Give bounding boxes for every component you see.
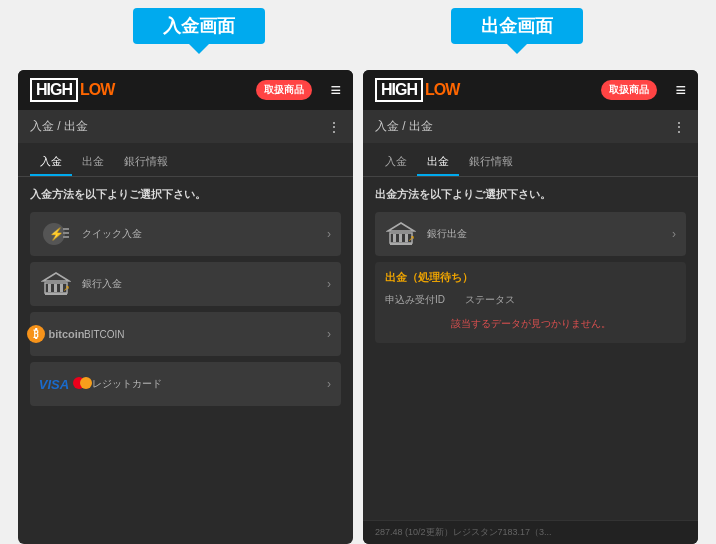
withdrawal-tabs: 入金 出金 銀行情報 — [363, 143, 698, 177]
logo-low: LOW — [80, 81, 114, 99]
bank-deposit-chevron: › — [327, 277, 331, 291]
bank-withdrawal-label: 銀行出金 — [427, 227, 467, 241]
svg-rect-7 — [48, 284, 51, 292]
tab-withdrawal-shukin[interactable]: 出金 — [417, 149, 459, 176]
deposit-content: 入金方法を以下よりご選択下さい。 ⚡ クイック入金 — [18, 177, 353, 544]
withdrawal-logo-high: HIGH — [381, 81, 417, 98]
tab-deposit-nyukin[interactable]: 入金 — [30, 149, 72, 176]
svg-rect-10 — [45, 293, 67, 295]
card-deposit-label: クレジットカード — [82, 377, 162, 391]
card-deposit-chevron: › — [327, 377, 331, 391]
withdrawal-content: 出金方法を以下よりご選択下さい。 ↗ — [363, 177, 698, 520]
quick-icon: ⚡ — [40, 220, 72, 248]
trade-btn-left[interactable]: 取扱商品 — [256, 80, 312, 100]
deposit-sub-header: 入金 / 出金 ⋮ — [18, 110, 353, 143]
bank-withdrawal-item[interactable]: ↗ 銀行出金 › — [375, 212, 686, 256]
card-icon: VISA — [40, 370, 72, 398]
withdrawal-logo: HIGH LOW — [375, 78, 459, 102]
bank-icon: ↗ — [40, 270, 72, 298]
bank-withdrawal-svg-icon: ↗ — [386, 221, 416, 247]
no-data-message: 該当するデータが見つかりません。 — [385, 313, 676, 335]
hamburger-left[interactable]: ≡ — [330, 80, 341, 101]
svg-marker-13 — [388, 223, 414, 231]
withdrawal-sub-header: 入金 / 出金 ⋮ — [363, 110, 698, 143]
deposit-label-text: 入金画面 — [163, 16, 235, 36]
withdrawal-col-id: 申込み受付ID — [385, 293, 445, 307]
hamburger-right[interactable]: ≡ — [675, 80, 686, 101]
panels-container: HIGH LOW 取扱商品 ≡ 入金 / 出金 ⋮ 入金 出金 銀行情報 — [0, 52, 716, 544]
btc-label: bitcoin — [48, 328, 84, 340]
withdrawal-logo-high-box: HIGH — [375, 78, 423, 102]
svg-text:↗: ↗ — [408, 234, 415, 243]
withdrawal-pending-section: 出金（処理待ち） 申込み受付ID ステータス 該当するデータが見つかりません。 — [375, 262, 686, 343]
svg-rect-14 — [393, 234, 396, 242]
withdrawal-sub-title: 入金 / 出金 — [375, 118, 433, 135]
panel-footer: 287.48 (10/2更新）レジスタン7183.17（3... — [363, 520, 698, 544]
deposit-label: 入金画面 — [133, 8, 265, 44]
tab-withdrawal-nyukin[interactable]: 入金 — [375, 149, 417, 176]
quick-deposit-chevron: › — [327, 227, 331, 241]
svg-marker-6 — [43, 273, 69, 281]
withdrawal-dots[interactable]: ⋮ — [672, 119, 686, 135]
bitcoin-deposit-chevron: › — [327, 327, 331, 341]
svg-rect-8 — [54, 284, 57, 292]
btc-circle: ₿ — [27, 325, 45, 343]
withdrawal-prompt: 出金方法を以下よりご選択下さい。 — [375, 187, 686, 202]
footer-text: 287.48 (10/2更新）レジスタン7183.17（3... — [375, 527, 552, 537]
card-deposit-left: VISA クレジットカード — [40, 370, 162, 398]
withdrawal-label-text: 出金画面 — [481, 16, 553, 36]
withdrawal-panel: HIGH LOW 取扱商品 ≡ 入金 / 出金 ⋮ 入金 出金 銀行情報 — [363, 70, 698, 544]
bank-deposit-left: ↗ 銀行入金 — [40, 270, 122, 298]
svg-rect-15 — [399, 234, 402, 242]
tab-withdrawal-bank-info[interactable]: 銀行情報 — [459, 149, 523, 176]
bitcoin-deposit-label: BITCOIN — [84, 329, 125, 340]
top-labels: 入金画面 出金画面 — [0, 0, 716, 52]
bitcoin-deposit-item[interactable]: ₿ bitcoin BITCOIN › — [30, 312, 341, 356]
quick-svg-icon: ⚡ — [41, 221, 71, 247]
deposit-prompt: 入金方法を以下よりご選択下さい。 — [30, 187, 341, 202]
bitcoin-icon: ₿ bitcoin — [40, 320, 72, 348]
quick-deposit-label: クイック入金 — [82, 227, 142, 241]
logo-high-box: HIGH — [30, 78, 78, 102]
card-deposit-item[interactable]: VISA クレジットカード › — [30, 362, 341, 406]
deposit-logo: HIGH LOW — [30, 78, 114, 102]
withdrawal-col-status: ステータス — [465, 293, 515, 307]
bitcoin-logo: ₿ bitcoin — [27, 325, 84, 343]
deposit-tabs: 入金 出金 銀行情報 — [18, 143, 353, 177]
withdrawal-pending-title: 出金（処理待ち） — [385, 270, 676, 285]
trade-btn-right[interactable]: 取扱商品 — [601, 80, 657, 100]
deposit-panel: HIGH LOW 取扱商品 ≡ 入金 / 出金 ⋮ 入金 出金 銀行情報 — [18, 70, 353, 544]
bank-svg-icon: ↗ — [41, 271, 71, 297]
bank-deposit-label: 銀行入金 — [82, 277, 122, 291]
tab-deposit-shukin[interactable]: 出金 — [72, 149, 114, 176]
withdrawal-label: 出金画面 — [451, 8, 583, 44]
bank-withdrawal-left: ↗ 銀行出金 — [385, 220, 467, 248]
withdrawal-logo-low: LOW — [425, 81, 459, 99]
svg-text:⚡: ⚡ — [49, 226, 64, 241]
withdrawal-columns: 申込み受付ID ステータス — [385, 293, 676, 307]
svg-text:↗: ↗ — [63, 284, 70, 293]
deposit-sub-title: 入金 / 出金 — [30, 118, 88, 135]
quick-deposit-item[interactable]: ⚡ クイック入金 › — [30, 212, 341, 256]
bank-withdrawal-icon: ↗ — [385, 220, 417, 248]
logo-high: HIGH — [36, 81, 72, 98]
bank-deposit-item[interactable]: ↗ 銀行入金 › — [30, 262, 341, 306]
tab-deposit-bank-info[interactable]: 銀行情報 — [114, 149, 178, 176]
bitcoin-deposit-left: ₿ bitcoin BITCOIN — [40, 320, 125, 348]
deposit-dots[interactable]: ⋮ — [327, 119, 341, 135]
svg-rect-17 — [390, 243, 412, 245]
quick-deposit-left: ⚡ クイック入金 — [40, 220, 142, 248]
visa-icon: VISA — [39, 377, 69, 392]
bank-withdrawal-chevron: › — [672, 227, 676, 241]
deposit-header: HIGH LOW 取扱商品 ≡ — [18, 70, 353, 110]
withdrawal-header: HIGH LOW 取扱商品 ≡ — [363, 70, 698, 110]
